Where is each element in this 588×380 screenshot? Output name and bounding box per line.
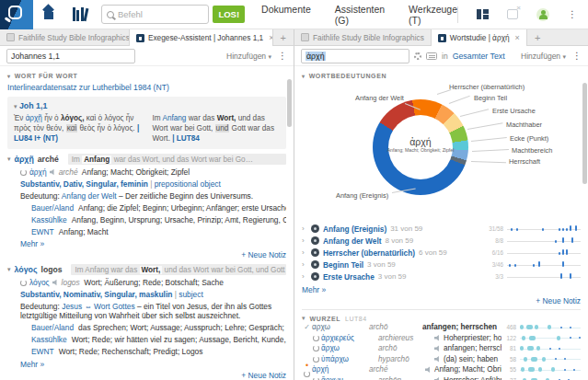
pronounce-icon[interactable] [434,335,441,341]
greek-arche-link[interactable]: ἀρχῇ [26,114,42,122]
tab-infographics-left[interactable]: Faithlife Study Bible Infographics [0,29,129,45]
home-icon [42,8,56,20]
logos-magnifier-icon [8,6,22,19]
settings-gear-icon[interactable] [414,52,421,60]
reference-input[interactable] [11,52,131,61]
lexicon-link[interactable]: Kassühlke [31,335,67,344]
more-link[interactable]: Mehr » [302,285,581,294]
program-settings-menu[interactable]: ⋮ [568,9,577,19]
sense-row[interactable]: › Anfang der Welt8 von 59 8/8 [302,235,581,247]
lemma-link[interactable]: ἀρχή [29,167,47,177]
pronounce-icon[interactable] [52,280,59,286]
word-info-icon[interactable] [304,371,310,377]
donut-label: Erste Ursache [492,107,536,115]
library-button[interactable] [64,0,96,29]
german-verse-text[interactable]: Im Anfang war das Wort, und das Wort war… [153,113,281,144]
word-info-icon[interactable] [313,356,319,363]
section-wort-fur-wort[interactable]: ▾WORT FÜR WORT [7,73,286,79]
german-anfang-link[interactable]: Anfang [162,114,186,122]
lexicon-link[interactable]: Bauer/Aland [31,203,74,213]
root-sparkline [520,324,581,331]
entry-header[interactable]: ▾ λόγος logos Im Anfang war das Wort, un… [7,264,286,275]
tab-infographics-right[interactable]: Faithlife Study Bible Infographics [294,29,431,45]
exegesis-content: ▾WORT FÜR WORT Interlineardatensatz zur … [0,66,294,380]
word-info-icon[interactable] [20,169,27,176]
tab-exegese-assistent[interactable]: Exegese-Assistent | Johannes 1,1 × [129,29,273,46]
search-scope-link[interactable]: Gesamter Text [453,52,505,61]
sense-link[interactable]: Jesus ⇔ Wort Gottes [62,302,134,311]
panel-menu[interactable]: ⋮ [572,51,582,61]
close-tab-icon[interactable]: × [515,33,520,42]
tab-wortstudie[interactable]: Wortstudie | ἀρχή × [431,29,527,46]
pronounce-icon[interactable] [434,356,441,363]
layouts-button[interactable] [477,9,489,20]
pronounce-icon[interactable] [425,366,432,373]
sense-link[interactable]: Anfang der Welt [62,191,117,201]
lexicon-link[interactable]: Kassühlke [31,215,67,225]
menu-werkzeuge[interactable]: Werkzeuge (T) [409,4,457,26]
new-note-link[interactable]: + Neue Notiz [302,296,581,305]
right-panel-scrollbar[interactable] [582,83,587,184]
reference-box[interactable] [6,49,135,63]
command-input[interactable] [118,9,203,19]
keyboard-icon[interactable] [426,52,437,60]
sense-row[interactable]: › Anfang (Ereignis)31 von 59 31/58 [302,223,581,235]
close-floating-windows-icon[interactable] [507,9,518,19]
lexicon-link[interactable]: EWNT [31,347,54,356]
command-box[interactable] [101,5,209,24]
word-info-icon[interactable] [313,345,319,351]
distribution-sparkline [507,237,581,245]
morphology-link[interactable]: Substantiv, Nominativ, Singular, maskuli… [20,290,172,299]
new-tab-button-left[interactable]: + [273,29,294,45]
panel-menu[interactable]: ⋮ [278,51,287,61]
syntax-link[interactable]: subject [179,290,203,299]
top-toolbar: LOS! Dokumente Assistenten (G) Werkzeuge… [0,0,588,29]
home-button[interactable] [33,0,64,29]
german-version-link[interactable]: | LUT84 [172,134,200,143]
root-row[interactable]: ὑπάρχω hyparchō (da) sein; haben 58 [302,354,581,365]
menu-dokumente[interactable]: Dokumente [261,4,311,26]
new-note-link[interactable]: + Neue Notiz [7,250,286,259]
new-tab-button-right[interactable]: + [527,29,548,45]
lexicon-link[interactable]: EWNT [31,227,54,236]
root-row-current[interactable]: • ἀρχή arché Anfang; Macht; Obrigkeit; Z… [302,364,581,375]
entry-header[interactable]: ▾ ἀρχῇ arché Im Anfang war das Wort, und… [7,154,286,165]
sense-icon [311,272,319,281]
root-group-row[interactable]: ✓ αρχω archō anfangen; herrschen 468 [302,322,581,333]
pronounce-icon[interactable] [434,345,441,351]
section-wortbedeutungen[interactable]: ▾WORTBEDEUTUNGEN [302,73,581,79]
root-row[interactable]: ἄρχω archō anfangen; herrschen 81 [302,343,581,354]
pronounce-icon[interactable] [50,169,56,176]
greek-verse-text[interactable]: Ἐν ἀρχῇ ἦν ὁ λόγος, καὶ ὁ λόγος ἦν πρὸς … [14,113,142,144]
sense-icon [311,225,319,233]
interlinear-link[interactable]: Interlineardatensatz zur Lutherbibel 198… [7,83,286,92]
morphology-link[interactable]: Substantiv, Dativ, Singular, feminin [20,179,148,189]
sense-row[interactable]: › Herrscher (übernatürlich)6 von 59 6/16 [302,247,581,259]
word-info-icon[interactable] [313,335,319,341]
add-section-button[interactable]: Hinzufügen ▾ [521,52,566,61]
new-note-link[interactable]: + Neue Notiz [7,371,286,380]
root-row[interactable]: ἀρχιερεύς archiereus Hoherpriester; hoch… [302,333,581,344]
sense-row[interactable]: › Beginn Teil3 von 59 3/46 [302,259,581,271]
word-entry-logos: ▾ λόγος logos Im Anfang war das Wort, un… [7,264,286,380]
account-avatar[interactable] [536,8,549,21]
more-link[interactable]: Mehr » [20,360,286,369]
go-button[interactable]: LOS! [213,6,245,23]
sense-icon [311,236,319,245]
verse-reference[interactable]: ▾ Joh 1,1 [14,101,280,110]
syntax-link[interactable]: prepositional object [155,179,221,189]
section-wurzel[interactable]: ▾ WURZEL LUT84 [302,309,581,322]
sense-row[interactable]: › Erste Ursache3 von 59 3/3 [302,271,581,282]
menu-assistenten[interactable]: Assistenten (G) [335,4,385,26]
more-link[interactable]: Mehr » [20,239,286,248]
left-panel-scrollbar[interactable] [287,79,292,127]
logos-app-logo[interactable] [0,0,33,29]
lexicon-link[interactable]: Bauer/Aland [31,323,74,332]
lemma-link[interactable]: λόγος [29,278,50,287]
add-section-button[interactable]: Hinzufügen ▾ [226,52,271,61]
root-row[interactable]: ἄρχων archōn Herrscher; Anführer; Mächti… [302,375,581,380]
tab-label: Exegese-Assistent | Johannes 1,1 [148,33,263,42]
word-search-box[interactable]: ἀρχή [301,49,409,63]
word-info-icon[interactable] [20,280,27,286]
word-search-value[interactable]: ἀρχή [306,52,326,61]
